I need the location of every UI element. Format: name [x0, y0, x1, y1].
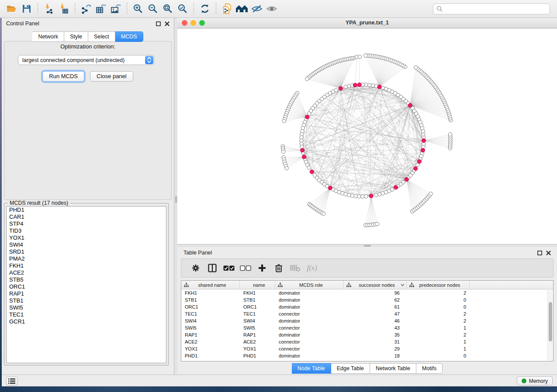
scrollbar-thumb[interactable]	[549, 302, 552, 341]
close-panel-button[interactable]	[165, 21, 170, 26]
memory-button[interactable]: Memory	[517, 376, 553, 385]
refresh-view-button[interactable]	[197, 2, 212, 15]
column-header[interactable]: shared name	[181, 281, 240, 289]
zoom-out-button[interactable]	[145, 2, 160, 15]
criterion-select[interactable]: largest connected component (undirected)	[18, 55, 154, 65]
table-row[interactable]: ORC1 ORC1 dominator 61 0	[181, 303, 553, 310]
new-network-from-selection-button[interactable]	[220, 2, 235, 15]
add-column-button[interactable]	[254, 260, 270, 276]
zoom-in-button[interactable]	[131, 2, 145, 15]
mcds-result-item[interactable]: GCR1	[7, 318, 166, 325]
cell-mcds-role: dominator	[275, 290, 344, 296]
cell-successor-nodes: 29	[344, 346, 407, 351]
export-table-button[interactable]	[93, 2, 108, 15]
table-tab[interactable]: Network Table	[370, 363, 416, 374]
search-field[interactable]	[433, 3, 550, 14]
network-graph[interactable]	[177, 29, 557, 244]
control-panel-tab[interactable]: MCDS	[115, 31, 143, 42]
mcds-result-item[interactable]: FKH1	[7, 262, 166, 269]
cell-name: ACE2	[240, 339, 275, 344]
mcds-result-item[interactable]: STB1	[7, 297, 166, 304]
hide-selected-button[interactable]	[249, 2, 264, 15]
column-header[interactable]: successor nodes	[344, 281, 407, 289]
node-table: shared name name	[181, 280, 554, 361]
table-tab[interactable]: Motifs	[416, 363, 443, 374]
mcds-result-item[interactable]: PMA2	[7, 255, 166, 262]
column-header[interactable]: name	[240, 281, 275, 289]
eye-icon	[266, 4, 277, 14]
mcds-result-item[interactable]: YOX1	[7, 234, 166, 241]
table-row[interactable]: SWI4 SWI4 dominator 46 2	[181, 317, 553, 324]
mcds-result-list[interactable]: PHD1CAR1STP4TID3YOX1SWI4SRD1PMA2FKH1ACE2…	[6, 206, 166, 363]
table-row[interactable]: SWI5 SWI5 connector 43 1	[181, 324, 553, 331]
close-panel-button[interactable]	[546, 251, 551, 255]
import-network-button[interactable]	[42, 2, 56, 15]
table-tabs: Node TableEdge TableNetwork TableMotifs	[292, 363, 443, 374]
split-columns-button[interactable]	[204, 260, 221, 276]
float-window-button[interactable]	[156, 21, 161, 26]
table-panel-titlebar: Table Panel	[177, 247, 557, 258]
mcds-result-item[interactable]: ORC1	[7, 283, 166, 290]
eye-slash-icon	[251, 4, 263, 14]
export-image-button[interactable]	[108, 2, 123, 15]
zoom-fit-icon	[163, 3, 173, 14]
cell-shared-name: PHD1	[181, 353, 240, 358]
select-all-button[interactable]	[221, 260, 237, 276]
control-panel-tab[interactable]: Style	[64, 31, 88, 42]
table-tab[interactable]: Edge Table	[331, 363, 370, 374]
table-scrollbar[interactable]	[547, 290, 553, 361]
search-input[interactable]	[445, 5, 547, 12]
cell-successor-nodes: 46	[344, 318, 407, 323]
status-bar: Memory	[2, 375, 557, 387]
mcds-result-item[interactable]: STB5	[7, 276, 166, 283]
cell-shared-name: STB1	[181, 297, 240, 303]
zoom-selected-button[interactable]	[175, 2, 190, 15]
open-network-button[interactable]	[4, 2, 19, 15]
mcds-result-item[interactable]: TEC1	[7, 311, 166, 318]
mcds-result-item[interactable]: RAP1	[7, 290, 166, 297]
cell-shared-name: RAP1	[181, 332, 240, 337]
zoom-fit-button[interactable]	[160, 2, 175, 15]
save-session-button[interactable]	[19, 2, 34, 15]
mcds-result-item[interactable]: PHD1	[7, 206, 166, 213]
float-window-button[interactable]	[537, 251, 542, 255]
show-all-button[interactable]	[264, 2, 279, 15]
search-icon	[436, 6, 443, 12]
cell-successor-nodes: 31	[344, 339, 407, 344]
table-row[interactable]: YOX1 YOX1 connector 29 1	[181, 345, 553, 352]
control-panel-tab[interactable]: Select	[88, 31, 115, 42]
mcds-result-item[interactable]: ACE2	[7, 269, 166, 276]
first-neighbors-button[interactable]	[235, 2, 249, 15]
mcds-result-item[interactable]: STP4	[7, 220, 166, 227]
delete-column-button[interactable]	[270, 260, 287, 276]
table-row[interactable]: ACE2 ACE2 connector 31 1	[181, 338, 553, 345]
cell-predecessor-nodes: 1	[407, 339, 470, 344]
deselect-all-button[interactable]	[237, 260, 254, 276]
export-network-button[interactable]	[79, 2, 93, 15]
network-window-titlebar: YPA_prune.txt_1	[177, 18, 557, 28]
import-table-button[interactable]	[56, 2, 71, 15]
close-panel-action-button[interactable]: Close panel	[90, 71, 133, 82]
cell-successor-nodes: 18	[344, 353, 407, 358]
mcds-result-item[interactable]: SWI5	[7, 304, 166, 311]
task-history-button[interactable]	[6, 377, 17, 385]
mcds-result-item[interactable]: CAR1	[7, 213, 166, 220]
control-panel-tab[interactable]: Network	[32, 31, 64, 42]
column-header[interactable]: predecessor nodes	[407, 281, 470, 289]
table-row[interactable]: RAP1 RAP1 dominator 35 2	[181, 331, 553, 338]
table-row[interactable]: FKH1 FKH1 dominator 96 2	[181, 289, 553, 296]
mcds-result-item[interactable]: SWI4	[7, 241, 166, 248]
main-toolbar	[0, 0, 557, 18]
mcds-result-item[interactable]: SRD1	[7, 248, 166, 255]
table-settings-button[interactable]	[187, 260, 204, 276]
run-mcds-button[interactable]: Run MCDS	[42, 71, 84, 82]
network-canvas[interactable]	[177, 29, 557, 244]
table-row[interactable]: TEC1 TEC1 connector 47 2	[181, 310, 553, 317]
mcds-result-groupbox: MCDS result (17 nodes) PHD1CAR1STP4TID3Y…	[4, 203, 169, 365]
table-row[interactable]: STB1 STB1 dominator 62 0	[181, 296, 553, 303]
table-row[interactable]: PHD1 PHD1 dominator 18 0	[181, 352, 553, 359]
mcds-result-item[interactable]: TID3	[7, 227, 166, 234]
column-header[interactable]: MCDS role	[275, 281, 344, 289]
vertical-splitter[interactable]	[174, 18, 177, 375]
table-tab[interactable]: Node Table	[292, 363, 331, 374]
